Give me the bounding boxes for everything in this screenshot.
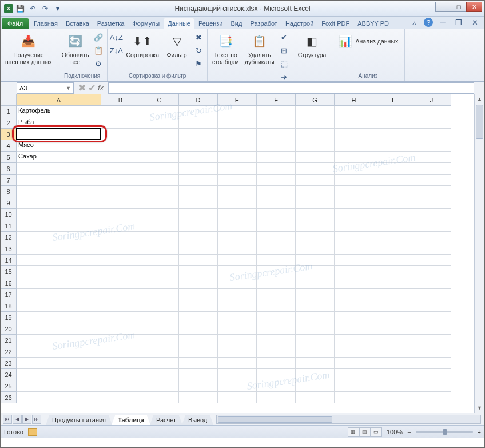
row-header[interactable]: 19	[1, 312, 17, 323]
cell[interactable]	[373, 186, 412, 197]
tab-вставка[interactable]: Вставка	[62, 18, 93, 29]
cell[interactable]	[17, 243, 101, 255]
help-icon[interactable]: ?	[424, 18, 433, 27]
cell[interactable]	[412, 312, 451, 323]
cell[interactable]	[101, 346, 140, 358]
ribbon-button[interactable]: 📥Получение внешних данных	[3, 31, 54, 66]
ribbon-small-button[interactable]: 📋	[92, 44, 105, 57]
cell[interactable]	[101, 117, 140, 129]
cell[interactable]: Мясо	[17, 140, 101, 152]
cell[interactable]	[296, 106, 335, 117]
row-header[interactable]: 18	[1, 300, 17, 312]
name-box[interactable]: A3 ▼	[17, 82, 74, 94]
cell[interactable]	[179, 220, 218, 232]
sheet-next-button[interactable]: ▶	[22, 415, 31, 424]
cell[interactable]	[101, 277, 140, 289]
cell[interactable]	[412, 289, 451, 300]
cell[interactable]	[179, 117, 218, 129]
cell[interactable]	[257, 129, 296, 140]
cell[interactable]	[412, 243, 451, 255]
cell[interactable]	[412, 186, 451, 197]
cell[interactable]	[179, 175, 218, 186]
cell[interactable]	[335, 312, 373, 323]
row-header[interactable]: 25	[1, 380, 17, 392]
cell[interactable]	[179, 186, 218, 197]
tab-разметка[interactable]: Разметка	[93, 18, 129, 29]
column-header[interactable]: E	[218, 94, 257, 106]
cell[interactable]	[296, 197, 335, 209]
cell[interactable]	[179, 163, 218, 175]
cell[interactable]	[17, 300, 101, 312]
cell[interactable]	[296, 323, 335, 335]
cell[interactable]	[140, 335, 179, 346]
cell[interactable]	[257, 140, 296, 152]
cell[interactable]	[140, 312, 179, 323]
ribbon-small-button[interactable]: ⚙	[92, 57, 105, 70]
cell[interactable]	[257, 358, 296, 369]
column-header[interactable]: G	[296, 94, 335, 106]
cell[interactable]	[101, 232, 140, 243]
column-header[interactable]: C	[140, 94, 179, 106]
cell[interactable]	[218, 323, 257, 335]
cell[interactable]	[17, 392, 101, 403]
cell[interactable]	[101, 129, 140, 140]
workbook-close-button[interactable]: ✕	[468, 16, 481, 29]
cell[interactable]	[257, 312, 296, 323]
cell[interactable]	[296, 392, 335, 403]
column-header[interactable]: A	[17, 94, 101, 106]
cell[interactable]	[335, 266, 373, 277]
cell[interactable]	[335, 197, 373, 209]
sheet-last-button[interactable]: ⏭	[32, 415, 41, 424]
cell[interactable]	[335, 323, 373, 335]
cell[interactable]	[257, 277, 296, 289]
sheet-prev-button[interactable]: ◀	[13, 415, 22, 424]
cell[interactable]	[218, 380, 257, 392]
cell[interactable]	[101, 358, 140, 369]
ribbon-button[interactable]: ⬇⬆Сортировка	[124, 31, 161, 60]
cell[interactable]	[257, 197, 296, 209]
cell[interactable]	[373, 392, 412, 403]
cell[interactable]	[179, 358, 218, 369]
row-header[interactable]: 7	[1, 175, 17, 186]
cell[interactable]	[179, 392, 218, 403]
row-header[interactable]: 11	[1, 220, 17, 232]
cell[interactable]	[335, 277, 373, 289]
horizontal-scrollbar[interactable]	[216, 415, 481, 424]
cell[interactable]	[296, 300, 335, 312]
cell[interactable]	[218, 369, 257, 380]
cell[interactable]	[335, 129, 373, 140]
cell[interactable]	[373, 277, 412, 289]
cell[interactable]	[218, 220, 257, 232]
cell[interactable]	[179, 380, 218, 392]
cell[interactable]	[179, 209, 218, 220]
cell[interactable]	[140, 175, 179, 186]
sheet-tab[interactable]: Расчет	[150, 415, 182, 425]
cell[interactable]	[218, 300, 257, 312]
ribbon-button[interactable]: 🔄Обновить все	[59, 31, 92, 66]
cell[interactable]	[179, 289, 218, 300]
ribbon-small-button[interactable]: A↓Z	[110, 31, 122, 43]
cell[interactable]	[218, 197, 257, 209]
column-header[interactable]: H	[335, 94, 373, 106]
cell[interactable]	[257, 300, 296, 312]
cell[interactable]	[179, 197, 218, 209]
cell[interactable]	[101, 220, 140, 232]
cell[interactable]	[335, 152, 373, 163]
cell[interactable]	[257, 369, 296, 380]
cell[interactable]	[17, 380, 101, 392]
cell[interactable]	[101, 300, 140, 312]
cell[interactable]	[373, 163, 412, 175]
cell[interactable]	[140, 152, 179, 163]
cell[interactable]	[335, 232, 373, 243]
cell[interactable]	[335, 186, 373, 197]
cell[interactable]	[296, 277, 335, 289]
ribbon-button[interactable]: 📊Анализ данных	[333, 31, 402, 51]
row-header[interactable]: 17	[1, 289, 17, 300]
column-header[interactable]: B	[101, 94, 140, 106]
cell[interactable]	[17, 346, 101, 358]
column-header[interactable]: J	[412, 94, 451, 106]
ribbon-minimize-button[interactable]: ▵	[408, 16, 420, 29]
maximize-button[interactable]: □	[451, 2, 467, 12]
cell[interactable]	[218, 152, 257, 163]
cell[interactable]	[335, 346, 373, 358]
